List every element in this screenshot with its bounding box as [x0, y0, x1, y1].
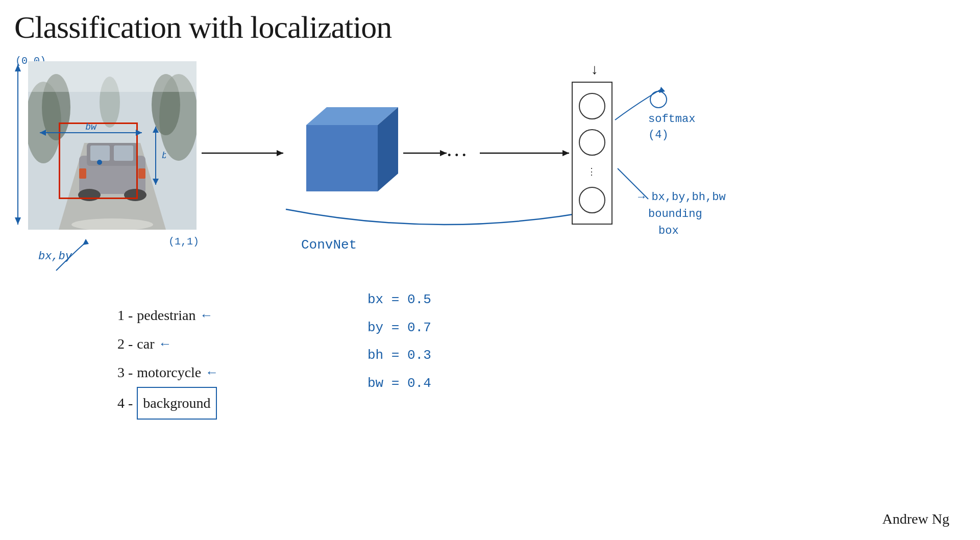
scene-image-container: [28, 61, 197, 230]
output-node-1: [579, 93, 605, 119]
convnet-cube-container: [286, 94, 398, 202]
bh-value: bh = 0.3: [368, 341, 431, 370]
svg-rect-17: [28, 61, 197, 92]
arrow-dots-to-output: [477, 145, 579, 161]
bbox-values: bx = 0.5 by = 0.7 bh = 0.3 bw = 0.4: [368, 286, 431, 397]
class-num-1: 1 -: [117, 301, 133, 330]
class-list: 1 - pedestrian ← 2 - car ← 3 - motorcycl…: [117, 301, 218, 420]
class-label-3: motorcycle: [137, 358, 201, 387]
by-value: by = 0.7: [368, 314, 431, 342]
output-down-arrow: ↓: [591, 61, 598, 78]
class-item-2: 2 - car ←: [117, 330, 218, 358]
arrow-image-to-convnet: [199, 145, 288, 161]
class-arrow-3: ←: [205, 359, 218, 386]
bbox-box-label: box: [658, 223, 726, 239]
coord-bottom-right: (1,1): [168, 236, 199, 248]
class-num-2: 2 -: [117, 330, 133, 358]
class-arrow-1: ←: [200, 302, 213, 329]
output-node-dots: ⋮: [587, 166, 597, 177]
arrow-convnet-to-dots: [401, 145, 452, 161]
class-label-1: pedestrian: [137, 301, 195, 330]
bh-annotation: bh: [145, 122, 166, 189]
svg-marker-28: [15, 217, 21, 225]
class-item-4: 4 - background: [117, 387, 218, 420]
svg-marker-40: [562, 150, 569, 156]
height-arrow: [9, 60, 27, 229]
bw-annotation: bw: [35, 122, 147, 143]
output-node-3: [579, 187, 605, 213]
svg-text:bw: bw: [85, 122, 97, 132]
class-num-3: 3 -: [117, 358, 133, 387]
bx-value: bx = 0.5: [368, 286, 431, 314]
bbox-arrow: [612, 163, 653, 204]
svg-marker-27: [15, 64, 21, 71]
svg-marker-23: [153, 127, 159, 133]
class-num-4: 4 -: [117, 389, 133, 418]
center-dot: [97, 160, 102, 165]
bw-value: bw = 0.4: [368, 370, 431, 398]
svg-marker-19: [40, 130, 46, 136]
class-item-3: 3 - motorcycle ←: [117, 358, 218, 387]
svg-marker-30: [306, 125, 378, 191]
svg-marker-24: [153, 179, 159, 185]
page-title: Classification with localization: [14, 9, 391, 45]
class-arrow-2: ←: [159, 331, 172, 357]
svg-marker-29: [83, 239, 89, 245]
convnet-curve: [281, 199, 607, 245]
convnet-cube-svg: [286, 94, 398, 202]
svg-marker-38: [440, 150, 447, 156]
class-label-2: car: [137, 330, 154, 358]
svg-text:bh: bh: [162, 151, 166, 161]
attribution: Andrew Ng: [883, 511, 949, 527]
softmax-arrow: [610, 84, 671, 125]
svg-marker-36: [277, 150, 283, 156]
svg-marker-20: [136, 130, 142, 136]
class-label-4-boxed: background: [137, 387, 216, 420]
bxby-arrow: [51, 235, 92, 276]
bbox-word-label: bounding: [648, 206, 726, 223]
output-node-2: [579, 129, 605, 156]
class-item-1: 1 - pedestrian ←: [117, 301, 218, 330]
